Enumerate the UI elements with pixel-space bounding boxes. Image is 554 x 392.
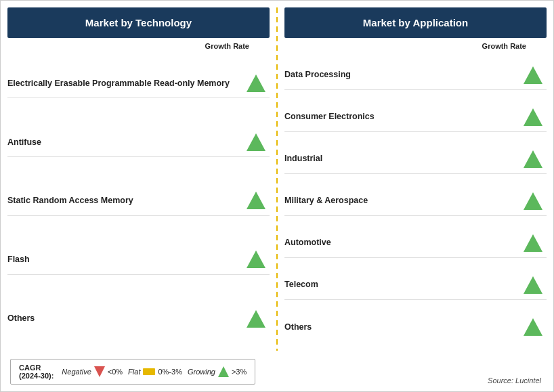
table-row: Electrically Erasable Programmable Read-… xyxy=(7,68,270,98)
arrow-cell xyxy=(519,276,547,294)
up-arrow-icon xyxy=(247,310,265,328)
legend-growing: Growing >3% xyxy=(188,366,247,377)
table-row: Static Random Access Memory xyxy=(7,186,270,216)
panel-divider xyxy=(276,7,278,351)
up-arrow-icon xyxy=(524,276,542,294)
table-row: Military & Aerospace xyxy=(284,186,547,216)
item-label: Electrically Erasable Programmable Read-… xyxy=(7,78,242,89)
negative-range: <0% xyxy=(108,368,123,376)
arrow-cell xyxy=(519,150,547,168)
up-arrow-icon xyxy=(524,150,542,168)
table-row: Flash xyxy=(7,245,270,275)
right-footer: Source: Lucintel xyxy=(488,376,541,385)
flat-range: 0%-3% xyxy=(158,368,182,376)
table-row: Automotive xyxy=(284,228,547,258)
up-arrow-icon xyxy=(247,133,265,151)
negative-label: Negative xyxy=(62,368,91,376)
right-panel: Market by Application Growth Rate Data P… xyxy=(284,7,547,351)
arrow-cell xyxy=(519,234,547,252)
item-label: Telecom xyxy=(284,279,519,290)
item-label: Static Random Access Memory xyxy=(7,195,242,206)
up-arrow-icon xyxy=(524,318,542,336)
up-arrow-icon xyxy=(247,74,265,92)
left-growth-rate-label: Growth Rate xyxy=(7,38,270,51)
table-row: Telecom xyxy=(284,270,547,300)
item-label: Automotive xyxy=(284,237,519,248)
table-row: Antifuse xyxy=(7,127,270,157)
flat-label: Flat xyxy=(128,368,140,376)
arrow-cell xyxy=(519,192,547,210)
right-items-list: Data ProcessingConsumer ElectronicsIndus… xyxy=(284,51,547,351)
up-arrow-icon xyxy=(524,66,542,84)
main-container: Market by Technology Growth Rate Electri… xyxy=(0,0,554,392)
growing-arrow-icon xyxy=(218,366,229,377)
item-label: Antifuse xyxy=(7,137,242,148)
arrow-cell xyxy=(519,318,547,336)
up-arrow-icon xyxy=(247,192,265,209)
table-row: Others xyxy=(284,312,547,342)
negative-arrow-icon xyxy=(94,366,105,377)
left-panel-header: Market by Technology xyxy=(7,7,270,38)
panels-area: Market by Technology Growth Rate Electri… xyxy=(1,1,553,351)
arrow-cell xyxy=(519,66,547,84)
legend-flat: Flat 0%-3% xyxy=(128,368,182,376)
arrow-cell xyxy=(242,310,270,328)
item-label: Flash xyxy=(7,254,242,265)
growing-range: >3% xyxy=(232,368,247,376)
table-row: Consumer Electronics xyxy=(284,102,547,132)
source-text: Source: Lucintel xyxy=(488,376,541,385)
item-label: Data Processing xyxy=(284,69,519,80)
left-panel: Market by Technology Growth Rate Electri… xyxy=(7,7,270,351)
left-items-list: Electrically Erasable Programmable Read-… xyxy=(7,51,270,351)
item-label: Others xyxy=(284,322,519,332)
arrow-cell xyxy=(242,251,270,268)
legend-title: CAGR(2024-30): xyxy=(19,364,54,380)
flat-arrow-icon xyxy=(143,368,155,375)
table-row: Industrial xyxy=(284,144,547,174)
footer: CAGR(2024-30): Negative <0% Flat 0%-3% G… xyxy=(1,353,553,391)
table-row: Data Processing xyxy=(284,60,547,90)
up-arrow-icon xyxy=(247,251,265,268)
arrow-cell xyxy=(242,192,270,209)
item-label: Consumer Electronics xyxy=(284,111,519,122)
arrow-cell xyxy=(242,133,270,151)
up-arrow-icon xyxy=(524,108,542,126)
arrow-cell xyxy=(519,108,547,126)
up-arrow-icon xyxy=(524,192,542,210)
legend-negative: Negative <0% xyxy=(62,366,123,377)
item-label: Industrial xyxy=(284,153,519,164)
item-label: Others xyxy=(7,313,242,324)
up-arrow-icon xyxy=(524,234,542,252)
table-row: Others xyxy=(7,304,270,334)
arrow-cell xyxy=(242,74,270,92)
right-panel-header: Market by Application xyxy=(284,7,547,38)
growing-label: Growing xyxy=(188,368,215,376)
item-label: Military & Aerospace xyxy=(284,195,519,206)
right-growth-rate-label: Growth Rate xyxy=(284,38,547,51)
legend-box: CAGR(2024-30): Negative <0% Flat 0%-3% G… xyxy=(10,359,255,385)
